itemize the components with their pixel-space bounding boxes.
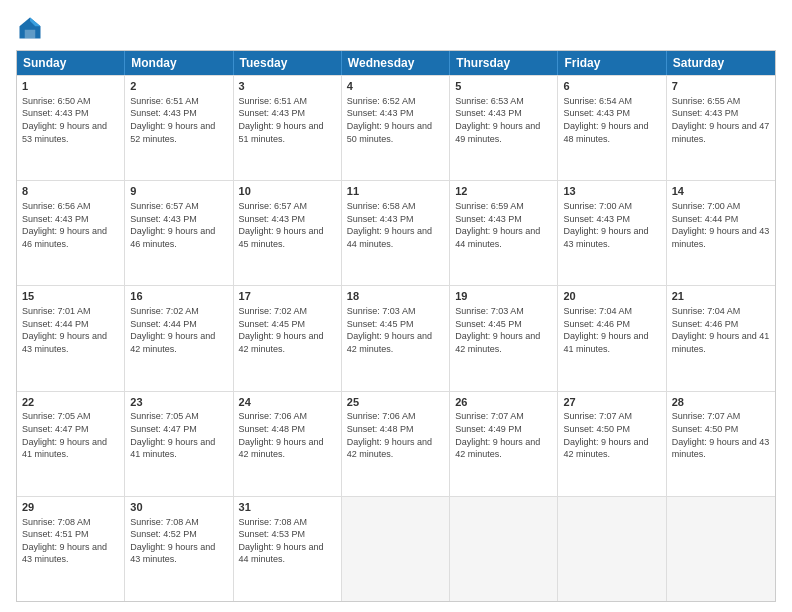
day-number: 11 [347, 184, 444, 199]
cell-info: Sunrise: 7:02 AMSunset: 4:45 PMDaylight:… [239, 305, 336, 355]
day-number: 30 [130, 500, 227, 515]
day-number: 2 [130, 79, 227, 94]
logo-icon [16, 14, 44, 42]
day-cell-21: 21Sunrise: 7:04 AMSunset: 4:46 PMDayligh… [667, 286, 775, 390]
cell-info: Sunrise: 7:08 AMSunset: 4:52 PMDaylight:… [130, 516, 227, 566]
day-cell-15: 15Sunrise: 7:01 AMSunset: 4:44 PMDayligh… [17, 286, 125, 390]
day-cell-1: 1Sunrise: 6:50 AMSunset: 4:43 PMDaylight… [17, 76, 125, 180]
day-number: 12 [455, 184, 552, 199]
page: SundayMondayTuesdayWednesdayThursdayFrid… [0, 0, 792, 612]
day-number: 29 [22, 500, 119, 515]
day-number: 31 [239, 500, 336, 515]
cell-info: Sunrise: 7:01 AMSunset: 4:44 PMDaylight:… [22, 305, 119, 355]
empty-cell [667, 497, 775, 601]
day-cell-12: 12Sunrise: 6:59 AMSunset: 4:43 PMDayligh… [450, 181, 558, 285]
day-number: 5 [455, 79, 552, 94]
day-number: 18 [347, 289, 444, 304]
calendar-week-4: 22Sunrise: 7:05 AMSunset: 4:47 PMDayligh… [17, 391, 775, 496]
cell-info: Sunrise: 6:58 AMSunset: 4:43 PMDaylight:… [347, 200, 444, 250]
weekday-header-thursday: Thursday [450, 51, 558, 75]
cell-info: Sunrise: 6:57 AMSunset: 4:43 PMDaylight:… [130, 200, 227, 250]
empty-cell [342, 497, 450, 601]
day-number: 20 [563, 289, 660, 304]
cell-info: Sunrise: 7:02 AMSunset: 4:44 PMDaylight:… [130, 305, 227, 355]
cell-info: Sunrise: 7:07 AMSunset: 4:50 PMDaylight:… [563, 410, 660, 460]
day-number: 1 [22, 79, 119, 94]
day-cell-4: 4Sunrise: 6:52 AMSunset: 4:43 PMDaylight… [342, 76, 450, 180]
day-cell-13: 13Sunrise: 7:00 AMSunset: 4:43 PMDayligh… [558, 181, 666, 285]
day-cell-3: 3Sunrise: 6:51 AMSunset: 4:43 PMDaylight… [234, 76, 342, 180]
cell-info: Sunrise: 7:08 AMSunset: 4:51 PMDaylight:… [22, 516, 119, 566]
cell-info: Sunrise: 7:03 AMSunset: 4:45 PMDaylight:… [347, 305, 444, 355]
calendar-week-2: 8Sunrise: 6:56 AMSunset: 4:43 PMDaylight… [17, 180, 775, 285]
cell-info: Sunrise: 7:08 AMSunset: 4:53 PMDaylight:… [239, 516, 336, 566]
day-number: 23 [130, 395, 227, 410]
day-cell-28: 28Sunrise: 7:07 AMSunset: 4:50 PMDayligh… [667, 392, 775, 496]
cell-info: Sunrise: 7:07 AMSunset: 4:49 PMDaylight:… [455, 410, 552, 460]
day-cell-7: 7Sunrise: 6:55 AMSunset: 4:43 PMDaylight… [667, 76, 775, 180]
day-cell-20: 20Sunrise: 7:04 AMSunset: 4:46 PMDayligh… [558, 286, 666, 390]
cell-info: Sunrise: 7:04 AMSunset: 4:46 PMDaylight:… [563, 305, 660, 355]
day-cell-22: 22Sunrise: 7:05 AMSunset: 4:47 PMDayligh… [17, 392, 125, 496]
calendar-week-1: 1Sunrise: 6:50 AMSunset: 4:43 PMDaylight… [17, 75, 775, 180]
cell-info: Sunrise: 7:06 AMSunset: 4:48 PMDaylight:… [347, 410, 444, 460]
day-cell-11: 11Sunrise: 6:58 AMSunset: 4:43 PMDayligh… [342, 181, 450, 285]
cell-info: Sunrise: 7:05 AMSunset: 4:47 PMDaylight:… [22, 410, 119, 460]
day-number: 14 [672, 184, 770, 199]
day-number: 24 [239, 395, 336, 410]
day-cell-23: 23Sunrise: 7:05 AMSunset: 4:47 PMDayligh… [125, 392, 233, 496]
weekday-header-tuesday: Tuesday [234, 51, 342, 75]
day-number: 3 [239, 79, 336, 94]
day-cell-29: 29Sunrise: 7:08 AMSunset: 4:51 PMDayligh… [17, 497, 125, 601]
cell-info: Sunrise: 6:57 AMSunset: 4:43 PMDaylight:… [239, 200, 336, 250]
calendar-week-3: 15Sunrise: 7:01 AMSunset: 4:44 PMDayligh… [17, 285, 775, 390]
day-cell-14: 14Sunrise: 7:00 AMSunset: 4:44 PMDayligh… [667, 181, 775, 285]
cell-info: Sunrise: 7:06 AMSunset: 4:48 PMDaylight:… [239, 410, 336, 460]
day-number: 10 [239, 184, 336, 199]
day-cell-24: 24Sunrise: 7:06 AMSunset: 4:48 PMDayligh… [234, 392, 342, 496]
calendar-body: 1Sunrise: 6:50 AMSunset: 4:43 PMDaylight… [17, 75, 775, 601]
day-number: 19 [455, 289, 552, 304]
cell-info: Sunrise: 6:56 AMSunset: 4:43 PMDaylight:… [22, 200, 119, 250]
cell-info: Sunrise: 6:50 AMSunset: 4:43 PMDaylight:… [22, 95, 119, 145]
cell-info: Sunrise: 6:54 AMSunset: 4:43 PMDaylight:… [563, 95, 660, 145]
day-cell-26: 26Sunrise: 7:07 AMSunset: 4:49 PMDayligh… [450, 392, 558, 496]
cell-info: Sunrise: 6:55 AMSunset: 4:43 PMDaylight:… [672, 95, 770, 145]
logo [16, 14, 48, 42]
cell-info: Sunrise: 6:53 AMSunset: 4:43 PMDaylight:… [455, 95, 552, 145]
day-cell-30: 30Sunrise: 7:08 AMSunset: 4:52 PMDayligh… [125, 497, 233, 601]
weekday-header-sunday: Sunday [17, 51, 125, 75]
day-number: 7 [672, 79, 770, 94]
day-number: 8 [22, 184, 119, 199]
day-number: 13 [563, 184, 660, 199]
day-number: 21 [672, 289, 770, 304]
day-cell-2: 2Sunrise: 6:51 AMSunset: 4:43 PMDaylight… [125, 76, 233, 180]
calendar-week-5: 29Sunrise: 7:08 AMSunset: 4:51 PMDayligh… [17, 496, 775, 601]
day-number: 16 [130, 289, 227, 304]
day-cell-8: 8Sunrise: 6:56 AMSunset: 4:43 PMDaylight… [17, 181, 125, 285]
day-cell-5: 5Sunrise: 6:53 AMSunset: 4:43 PMDaylight… [450, 76, 558, 180]
day-cell-25: 25Sunrise: 7:06 AMSunset: 4:48 PMDayligh… [342, 392, 450, 496]
cell-info: Sunrise: 7:04 AMSunset: 4:46 PMDaylight:… [672, 305, 770, 355]
day-number: 22 [22, 395, 119, 410]
weekday-header-saturday: Saturday [667, 51, 775, 75]
weekday-header-monday: Monday [125, 51, 233, 75]
cell-info: Sunrise: 6:51 AMSunset: 4:43 PMDaylight:… [239, 95, 336, 145]
day-number: 17 [239, 289, 336, 304]
day-number: 4 [347, 79, 444, 94]
svg-rect-2 [25, 30, 36, 39]
weekday-header-wednesday: Wednesday [342, 51, 450, 75]
day-number: 27 [563, 395, 660, 410]
cell-info: Sunrise: 7:07 AMSunset: 4:50 PMDaylight:… [672, 410, 770, 460]
day-number: 26 [455, 395, 552, 410]
day-number: 9 [130, 184, 227, 199]
day-cell-19: 19Sunrise: 7:03 AMSunset: 4:45 PMDayligh… [450, 286, 558, 390]
day-number: 25 [347, 395, 444, 410]
day-number: 15 [22, 289, 119, 304]
cell-info: Sunrise: 6:51 AMSunset: 4:43 PMDaylight:… [130, 95, 227, 145]
calendar: SundayMondayTuesdayWednesdayThursdayFrid… [16, 50, 776, 602]
cell-info: Sunrise: 6:59 AMSunset: 4:43 PMDaylight:… [455, 200, 552, 250]
top-section [16, 14, 776, 42]
day-cell-18: 18Sunrise: 7:03 AMSunset: 4:45 PMDayligh… [342, 286, 450, 390]
cell-info: Sunrise: 7:05 AMSunset: 4:47 PMDaylight:… [130, 410, 227, 460]
